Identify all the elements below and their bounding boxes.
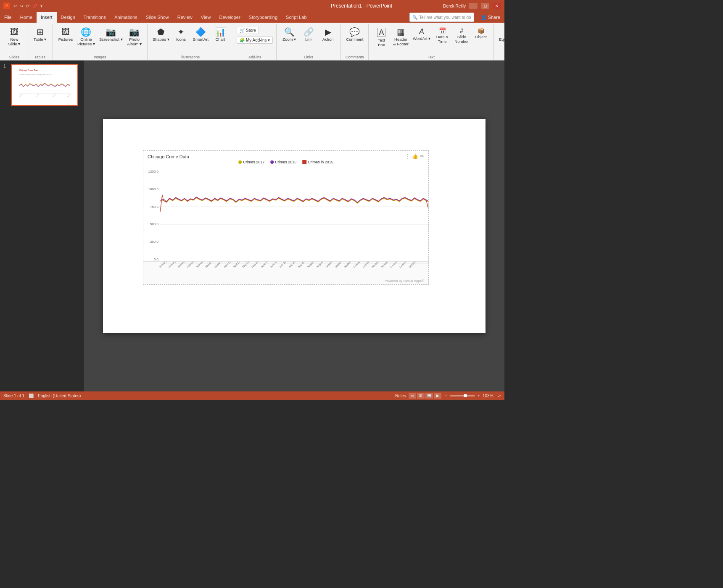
restore-button[interactable]: ◻ xyxy=(481,3,489,9)
ribbon-group-symbols: π Equation ▾ Ω Symbol Symbols xyxy=(494,24,504,60)
online-pictures-button[interactable]: 🌐 OnlinePictures ▾ xyxy=(76,26,97,48)
chart-lower: January 1st January 22nd January 27th Fe… xyxy=(143,261,428,284)
ribbon-group-illustrations: ⬟ Shapes ▾ ✦ Icons 🔷 SmartArt 📊 Chart Il… xyxy=(148,24,233,60)
share-button[interactable]: 👤 Share xyxy=(477,12,504,23)
undo-button[interactable]: ↩ xyxy=(13,3,18,9)
wordart-icon: A xyxy=(419,28,424,35)
photo-album-button[interactable]: 📷 PhotoAlbum ▾ xyxy=(125,26,144,48)
comment-button[interactable]: 💬 Comment xyxy=(344,26,365,43)
slide-number-button[interactable]: # SlideNumber xyxy=(452,26,471,45)
textbox-icon: A xyxy=(377,28,385,37)
refresh-button[interactable]: ⟳ xyxy=(25,3,30,9)
fit-to-window-button[interactable]: ⤢ xyxy=(498,394,501,398)
tab-home[interactable]: Home xyxy=(16,12,37,23)
pictures-button[interactable]: 🖼 Pictures xyxy=(56,26,75,43)
zoom-out-button[interactable]: － xyxy=(444,393,448,399)
ribbon-tab-bar[interactable]: File Home Insert Design Transitions Anim… xyxy=(0,12,504,23)
presenter-view-button[interactable]: ▶ xyxy=(434,393,441,399)
comments-group-label: Comments xyxy=(344,54,365,60)
zoom-icon: 🔍 xyxy=(284,28,295,36)
tab-slideshow[interactable]: Slide Show xyxy=(142,12,173,23)
ribbon-group-links: 🔍 Zoom ▾ 🔗 Link ▶ Action Links xyxy=(277,24,341,60)
canvas-area: Chicago Crime Data ⋮ 👍 ✏ Crimes 2017 xyxy=(84,60,504,391)
chart-edit-icon[interactable]: ✏ xyxy=(420,153,424,159)
store-button[interactable]: 🛒 Store xyxy=(237,27,259,34)
header-footer-button[interactable]: ▦ Header& Footer xyxy=(391,26,410,48)
y-0: 0.0 xyxy=(154,257,158,261)
slide-1-number: 1 xyxy=(3,64,8,68)
legend-dot-2017 xyxy=(238,160,242,164)
window-title: Presentation1 - PowerPoint xyxy=(331,3,392,9)
equation-button[interactable]: π Equation ▾ xyxy=(497,26,504,43)
new-slide-button[interactable]: 🖼 NewSlide ▾ xyxy=(5,26,24,48)
zoom-button[interactable]: 🔍 Zoom ▾ xyxy=(280,26,298,43)
pin-button[interactable]: 📌 xyxy=(32,3,38,9)
chart-more-icon[interactable]: ⋮ xyxy=(405,153,410,159)
chart-actions[interactable]: ⋮ 👍 ✏ xyxy=(405,153,424,159)
tab-transitions[interactable]: Transitions xyxy=(79,12,110,23)
chart-button[interactable]: 📊 Chart xyxy=(211,26,230,43)
table-icon: ⊞ xyxy=(37,28,44,36)
slide-canvas[interactable]: Chicago Crime Data ⋮ 👍 ✏ Crimes 2017 xyxy=(103,119,486,333)
tab-developer[interactable]: Developer xyxy=(215,12,244,23)
addins-group-label: Add-ins xyxy=(237,54,273,60)
slide-info-icon[interactable]: ⬜ xyxy=(29,394,34,398)
action-button[interactable]: ▶ Action xyxy=(319,26,337,43)
tab-scriptlab[interactable]: Script Lab xyxy=(282,12,311,23)
smartart-button[interactable]: 🔷 SmartArt xyxy=(191,26,210,43)
legend-dot-2016 xyxy=(270,160,274,164)
zoom-in-button[interactable]: ＋ xyxy=(477,393,481,399)
table-button[interactable]: ⊞ Table ▾ xyxy=(31,26,49,43)
my-addins-button[interactable]: 🧩 My Add-ins ▾ xyxy=(237,37,273,44)
y-250: 250.0 xyxy=(150,240,158,244)
more-qs-button[interactable]: ▾ xyxy=(40,3,43,9)
slide-1-thumbnail[interactable]: Chicago Crime Data Crimes 2017 | Crimes … xyxy=(11,64,78,106)
y-750: 750.0 xyxy=(150,205,158,209)
object-button[interactable]: 📦 Object xyxy=(472,26,490,41)
tab-design[interactable]: Design xyxy=(57,12,79,23)
link-button[interactable]: 🔗 Link xyxy=(299,26,318,43)
redo-button[interactable]: ↪ xyxy=(19,3,24,9)
tab-review[interactable]: Review xyxy=(173,12,197,23)
view-buttons[interactable]: ▭ ⊞ 📖 ▶ xyxy=(409,393,441,399)
language-indicator: English (United States) xyxy=(38,394,81,398)
minimize-button[interactable]: ─ xyxy=(469,3,478,9)
tab-view[interactable]: View xyxy=(197,12,215,23)
textbox-button[interactable]: A TextBox xyxy=(372,26,391,49)
notes-button[interactable]: Notes xyxy=(395,394,406,398)
slides-items: 🖼 NewSlide ▾ xyxy=(5,24,24,54)
my-addins-icon: 🧩 xyxy=(240,38,245,42)
tab-insert[interactable]: Insert xyxy=(37,12,57,23)
links-group-label: Links xyxy=(280,54,337,60)
close-button[interactable]: ✕ xyxy=(493,3,501,9)
photo-album-icon: 📷 xyxy=(129,28,140,36)
normal-view-button[interactable]: ▭ xyxy=(409,393,416,399)
title-bar-left: P ↩ ↪ ⟳ 📌 ▾ xyxy=(3,3,43,9)
slide-panel: 1 Chicago Crime Data Crimes 2017 | Crime… xyxy=(0,60,84,391)
tab-storyboarding[interactable]: Storyboarding xyxy=(245,12,282,23)
screenshot-icon: 📷 xyxy=(106,28,116,36)
zoom-control[interactable]: － ＋ 103% xyxy=(444,393,495,399)
slide-thumb-chart: Chicago Crime Data Crimes 2017 | Crimes … xyxy=(15,66,74,104)
link-icon: 🔗 xyxy=(303,28,314,36)
slide-sorter-button[interactable]: ⊞ xyxy=(417,393,425,399)
shapes-button[interactable]: ⬟ Shapes ▾ xyxy=(151,26,171,43)
screenshot-button[interactable]: 📷 Screenshot ▾ xyxy=(98,26,124,43)
tab-file[interactable]: File xyxy=(0,12,16,23)
zoom-slider[interactable] xyxy=(450,395,475,396)
quick-access-toolbar[interactable]: ↩ ↪ ⟳ 📌 ▾ xyxy=(13,3,43,9)
legend-item-2017: Crimes 2017 xyxy=(238,160,264,164)
icons-button[interactable]: ✦ Icons xyxy=(172,26,190,43)
tab-animations[interactable]: Animations xyxy=(110,12,141,23)
svg-text:April 17th: April 17th xyxy=(232,261,242,268)
search-bar[interactable]: 🔍 Tell me what you want to do xyxy=(409,13,474,22)
chart-embed[interactable]: Chicago Crime Data ⋮ 👍 ✏ Crimes 2017 xyxy=(143,150,429,285)
chart-thumb-icon[interactable]: 👍 xyxy=(412,153,418,159)
ribbon-group-tables: ⊞ Table ▾ Tables xyxy=(27,24,53,60)
date-time-icon: 📅 xyxy=(439,28,446,34)
reading-view-button[interactable]: 📖 xyxy=(425,393,433,399)
search-placeholder[interactable]: Tell me what you want to do xyxy=(419,15,471,20)
chart-legend: Crimes 2017 Crimes 2016 Crimes in 2015 xyxy=(238,160,333,164)
wordart-button[interactable]: A WordArt ▾ xyxy=(411,26,432,42)
date-time-button[interactable]: 📅 Date &Time xyxy=(433,26,451,45)
